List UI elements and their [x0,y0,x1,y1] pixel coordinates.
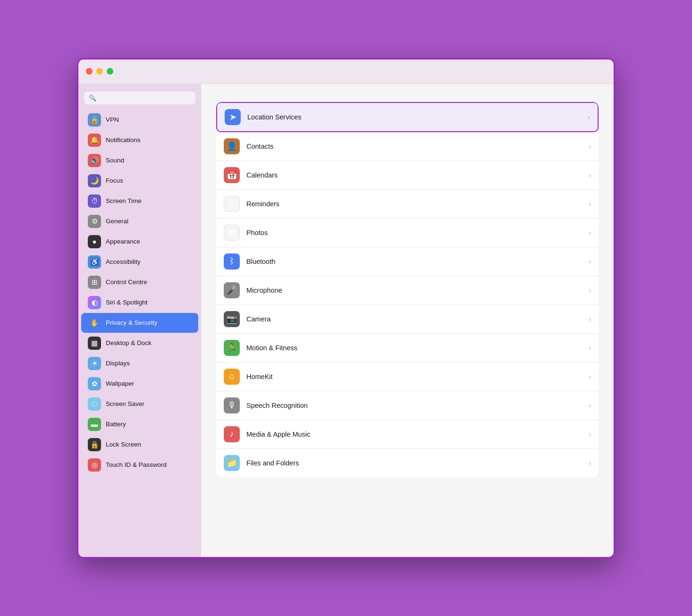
nav-buttons [119,70,132,72]
sidebar-item-label-battery: Battery [106,421,126,428]
sidebar-item-label-desktop: Desktop & Dock [106,339,152,346]
screensaver-icon: □ [88,397,101,411]
content-area: ➤Location Services›👤Contacts›📅Calendars›… [201,84,614,557]
wallpaper-icon: ✿ [88,377,101,390]
sidebar-item-appearance[interactable]: ●Appearance [81,232,198,252]
sidebar-item-desktop[interactable]: ▦Desktop & Dock [81,333,198,353]
settings-row-homekit[interactable]: ⌂HomeKit› [216,363,599,391]
search-input[interactable] [99,94,191,101]
sound-icon: 🔊 [88,154,101,167]
general-icon: ⚙ [88,215,101,228]
sidebar-item-label-screensaver: Screen Saver [106,400,144,407]
settings-row-bluetooth[interactable]: ᛒBluetooth› [216,247,599,276]
media-chevron-icon: › [589,430,591,438]
main-content: 🔍 🔒VPN🔔Notifications🔊Sound🌙Focus⏱Screen … [78,84,614,557]
sidebar-item-label-controlcentre: Control Centre [106,278,147,286]
accessibility-icon: ♿ [88,255,101,269]
row-label-calendars: Calendars [246,171,582,179]
settings-row-motion[interactable]: 🏃Motion & Fitness› [216,334,599,363]
bluetooth-chevron-icon: › [589,258,591,265]
microphone-chevron-icon: › [589,287,591,294]
main-window: 🔍 🔒VPN🔔Notifications🔊Sound🌙Focus⏱Screen … [77,58,615,558]
settings-row-files[interactable]: 📁Files and Folders› [216,449,599,477]
forward-button[interactable] [127,70,132,72]
sidebar-item-label-sound: Sound [106,157,124,164]
sidebar-item-notifications[interactable]: 🔔Notifications [81,130,198,150]
row-label-homekit: HomeKit [246,373,582,380]
sidebar-item-battery[interactable]: ▬Battery [81,414,198,434]
sidebar-item-label-general: General [106,218,128,225]
sidebar-item-vpn[interactable]: 🔒VPN [81,110,198,130]
sidebar-item-controlcentre[interactable]: ⊞Control Centre [81,272,198,292]
sidebar-item-screensaver[interactable]: □Screen Saver [81,394,198,414]
settings-list: ➤Location Services›👤Contacts›📅Calendars›… [216,102,599,477]
row-label-speech: Speech Recognition [246,402,582,409]
maximize-button[interactable] [107,68,113,75]
photos-row-icon: ✿ [224,225,240,241]
sidebar-item-privacy[interactable]: ✋Privacy & Security [81,313,198,333]
search-bar[interactable]: 🔍 [84,92,195,104]
focus-icon: 🌙 [88,174,101,187]
sidebar-item-displays[interactable]: ☀Displays [81,354,198,373]
close-button[interactable] [86,68,93,75]
sidebar-item-siri[interactable]: ◐Siri & Spotlight [81,293,198,312]
camera-chevron-icon: › [589,315,591,323]
sidebar-item-lockscreen[interactable]: 🔒Lock Screen [81,435,198,455]
homekit-chevron-icon: › [589,373,591,380]
settings-row-contacts[interactable]: 👤Contacts› [216,132,599,161]
titlebar [78,59,614,84]
settings-row-speech[interactable]: 🎙Speech Recognition› [216,391,599,420]
sidebar-item-label-displays: Displays [106,360,130,367]
sidebar-item-general[interactable]: ⚙General [81,211,198,231]
sidebar-item-label-appearance: Appearance [106,238,140,245]
sidebar-item-touchid[interactable]: ◎Touch ID & Password [81,455,198,475]
touchid-icon: ◎ [88,458,101,472]
sidebar-item-screentime[interactable]: ⏱Screen Time [81,191,198,211]
privacy-icon: ✋ [88,316,101,329]
reminders-row-icon: ☰ [224,196,240,212]
calendars-chevron-icon: › [589,171,591,179]
row-label-media: Media & Apple Music [246,430,582,438]
row-label-microphone: Microphone [246,287,582,294]
row-label-bluetooth: Bluetooth [246,258,582,265]
siri-icon: ◐ [88,296,101,309]
sidebar-item-label-wallpaper: Wallpaper [106,380,134,387]
settings-row-calendars[interactable]: 📅Calendars› [216,161,599,190]
sidebar-item-label-screentime: Screen Time [106,197,142,204]
settings-row-camera[interactable]: 📷Camera› [216,305,599,334]
row-label-motion: Motion & Fitness [246,344,582,352]
sidebar-item-label-touchid: Touch ID & Password [106,461,167,468]
settings-row-location[interactable]: ➤Location Services› [216,102,599,132]
media-row-icon: ♪ [224,426,240,442]
speech-row-icon: 🎙 [224,397,240,413]
sidebar-item-label-focus: Focus [106,177,123,184]
sidebar-item-accessibility[interactable]: ♿Accessibility [81,252,198,272]
sidebar-item-wallpaper[interactable]: ✿Wallpaper [81,374,198,394]
homekit-row-icon: ⌂ [224,369,240,385]
vpn-icon: 🔒 [88,113,101,127]
sidebar-items-list: 🔒VPN🔔Notifications🔊Sound🌙Focus⏱Screen Ti… [78,110,201,475]
sidebar-item-label-lockscreen: Lock Screen [106,441,141,448]
motion-chevron-icon: › [589,344,591,352]
controlcentre-icon: ⊞ [88,276,101,289]
sidebar-item-label-vpn: VPN [106,116,119,123]
sidebar-item-sound[interactable]: 🔊Sound [81,151,198,170]
sidebar-item-label-accessibility: Accessibility [106,258,141,265]
reminders-chevron-icon: › [589,200,591,208]
files-chevron-icon: › [589,459,591,467]
settings-row-photos[interactable]: ✿Photos› [216,219,599,247]
settings-row-reminders[interactable]: ☰Reminders› [216,190,599,219]
sidebar-item-label-siri: Siri & Spotlight [106,299,148,306]
back-button[interactable] [119,70,125,72]
row-label-contacts: Contacts [246,143,582,150]
sidebar-item-focus[interactable]: 🌙Focus [81,171,198,191]
bluetooth-row-icon: ᛒ [224,253,240,270]
camera-row-icon: 📷 [224,311,240,327]
lockscreen-icon: 🔒 [88,438,101,451]
row-label-camera: Camera [246,315,582,323]
minimize-button[interactable] [96,68,103,75]
settings-row-media[interactable]: ♪Media & Apple Music› [216,420,599,449]
motion-row-icon: 🏃 [224,340,240,356]
row-label-files: Files and Folders [246,459,582,467]
settings-row-microphone[interactable]: 🎤Microphone› [216,276,599,305]
